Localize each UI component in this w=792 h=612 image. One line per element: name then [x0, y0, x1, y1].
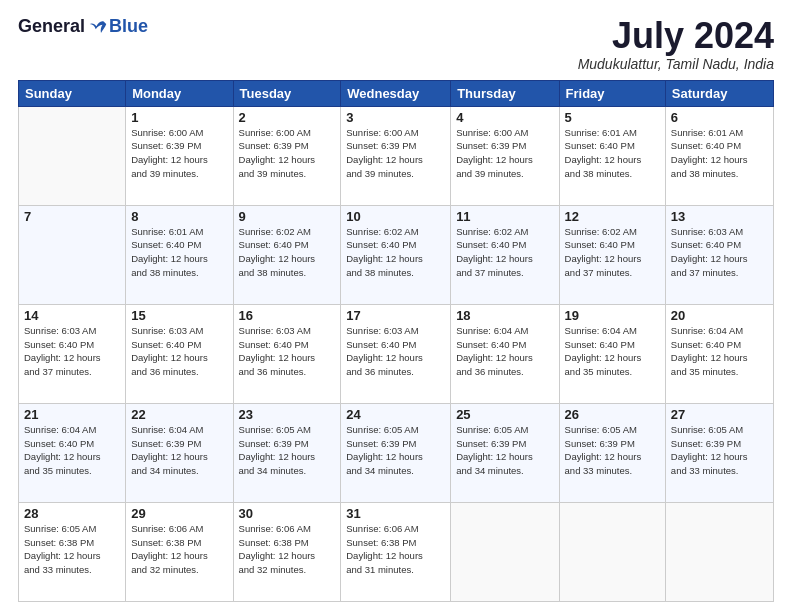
- day-number: 19: [565, 308, 660, 323]
- table-row: 24Sunrise: 6:05 AMSunset: 6:39 PMDayligh…: [341, 403, 451, 502]
- table-row: 25Sunrise: 6:05 AMSunset: 6:39 PMDayligh…: [451, 403, 559, 502]
- calendar-week-row: 14Sunrise: 6:03 AMSunset: 6:40 PMDayligh…: [19, 304, 774, 403]
- day-info: Sunrise: 6:02 AMSunset: 6:40 PMDaylight:…: [239, 225, 336, 280]
- day-info: Sunrise: 6:01 AMSunset: 6:40 PMDaylight:…: [131, 225, 227, 280]
- table-row: 19Sunrise: 6:04 AMSunset: 6:40 PMDayligh…: [559, 304, 665, 403]
- table-row: [451, 502, 559, 601]
- table-row: 6Sunrise: 6:01 AMSunset: 6:40 PMDaylight…: [665, 106, 773, 205]
- table-row: 20Sunrise: 6:04 AMSunset: 6:40 PMDayligh…: [665, 304, 773, 403]
- day-info: Sunrise: 6:05 AMSunset: 6:38 PMDaylight:…: [24, 522, 120, 577]
- logo-general: General: [18, 16, 85, 37]
- day-info: Sunrise: 6:01 AMSunset: 6:40 PMDaylight:…: [671, 126, 768, 181]
- col-saturday: Saturday: [665, 80, 773, 106]
- day-info: Sunrise: 6:03 AMSunset: 6:40 PMDaylight:…: [671, 225, 768, 280]
- title-area: July 2024 Mudukulattur, Tamil Nadu, Indi…: [578, 16, 774, 72]
- day-number: 7: [24, 209, 120, 224]
- table-row: 14Sunrise: 6:03 AMSunset: 6:40 PMDayligh…: [19, 304, 126, 403]
- day-info: Sunrise: 6:00 AMSunset: 6:39 PMDaylight:…: [131, 126, 227, 181]
- table-row: 16Sunrise: 6:03 AMSunset: 6:40 PMDayligh…: [233, 304, 341, 403]
- table-row: 31Sunrise: 6:06 AMSunset: 6:38 PMDayligh…: [341, 502, 451, 601]
- table-row: 9Sunrise: 6:02 AMSunset: 6:40 PMDaylight…: [233, 205, 341, 304]
- day-number: 29: [131, 506, 227, 521]
- day-number: 6: [671, 110, 768, 125]
- day-number: 11: [456, 209, 553, 224]
- calendar-week-row: 21Sunrise: 6:04 AMSunset: 6:40 PMDayligh…: [19, 403, 774, 502]
- day-number: 10: [346, 209, 445, 224]
- table-row: 3Sunrise: 6:00 AMSunset: 6:39 PMDaylight…: [341, 106, 451, 205]
- day-info: Sunrise: 6:04 AMSunset: 6:39 PMDaylight:…: [131, 423, 227, 478]
- day-info: Sunrise: 6:06 AMSunset: 6:38 PMDaylight:…: [346, 522, 445, 577]
- col-monday: Monday: [126, 80, 233, 106]
- day-info: Sunrise: 6:06 AMSunset: 6:38 PMDaylight:…: [131, 522, 227, 577]
- day-number: 17: [346, 308, 445, 323]
- day-number: 15: [131, 308, 227, 323]
- table-row: 12Sunrise: 6:02 AMSunset: 6:40 PMDayligh…: [559, 205, 665, 304]
- day-number: 22: [131, 407, 227, 422]
- day-info: Sunrise: 6:05 AMSunset: 6:39 PMDaylight:…: [239, 423, 336, 478]
- day-number: 1: [131, 110, 227, 125]
- day-info: Sunrise: 6:06 AMSunset: 6:38 PMDaylight:…: [239, 522, 336, 577]
- table-row: 26Sunrise: 6:05 AMSunset: 6:39 PMDayligh…: [559, 403, 665, 502]
- calendar-week-row: 28Sunrise: 6:05 AMSunset: 6:38 PMDayligh…: [19, 502, 774, 601]
- day-info: Sunrise: 6:05 AMSunset: 6:39 PMDaylight:…: [346, 423, 445, 478]
- day-number: 4: [456, 110, 553, 125]
- day-info: Sunrise: 6:03 AMSunset: 6:40 PMDaylight:…: [346, 324, 445, 379]
- page: General Blue July 2024 Mudukulattur, Tam…: [0, 0, 792, 612]
- day-info: Sunrise: 6:02 AMSunset: 6:40 PMDaylight:…: [456, 225, 553, 280]
- table-row: 11Sunrise: 6:02 AMSunset: 6:40 PMDayligh…: [451, 205, 559, 304]
- day-info: Sunrise: 6:00 AMSunset: 6:39 PMDaylight:…: [346, 126, 445, 181]
- day-info: Sunrise: 6:04 AMSunset: 6:40 PMDaylight:…: [565, 324, 660, 379]
- day-info: Sunrise: 6:04 AMSunset: 6:40 PMDaylight:…: [24, 423, 120, 478]
- day-number: 5: [565, 110, 660, 125]
- day-number: 24: [346, 407, 445, 422]
- day-info: Sunrise: 6:03 AMSunset: 6:40 PMDaylight:…: [131, 324, 227, 379]
- day-info: Sunrise: 6:05 AMSunset: 6:39 PMDaylight:…: [565, 423, 660, 478]
- month-title: July 2024: [578, 16, 774, 56]
- calendar-week-row: 78Sunrise: 6:01 AMSunset: 6:40 PMDayligh…: [19, 205, 774, 304]
- table-row: [19, 106, 126, 205]
- day-info: Sunrise: 6:03 AMSunset: 6:40 PMDaylight:…: [239, 324, 336, 379]
- day-info: Sunrise: 6:02 AMSunset: 6:40 PMDaylight:…: [346, 225, 445, 280]
- table-row: 10Sunrise: 6:02 AMSunset: 6:40 PMDayligh…: [341, 205, 451, 304]
- day-number: 30: [239, 506, 336, 521]
- day-number: 8: [131, 209, 227, 224]
- day-number: 23: [239, 407, 336, 422]
- day-number: 12: [565, 209, 660, 224]
- day-number: 16: [239, 308, 336, 323]
- table-row: 13Sunrise: 6:03 AMSunset: 6:40 PMDayligh…: [665, 205, 773, 304]
- table-row: 18Sunrise: 6:04 AMSunset: 6:40 PMDayligh…: [451, 304, 559, 403]
- day-info: Sunrise: 6:00 AMSunset: 6:39 PMDaylight:…: [239, 126, 336, 181]
- table-row: 27Sunrise: 6:05 AMSunset: 6:39 PMDayligh…: [665, 403, 773, 502]
- logo-blue: Blue: [109, 16, 148, 37]
- table-row: 8Sunrise: 6:01 AMSunset: 6:40 PMDaylight…: [126, 205, 233, 304]
- table-row: 22Sunrise: 6:04 AMSunset: 6:39 PMDayligh…: [126, 403, 233, 502]
- table-row: 15Sunrise: 6:03 AMSunset: 6:40 PMDayligh…: [126, 304, 233, 403]
- col-sunday: Sunday: [19, 80, 126, 106]
- day-number: 18: [456, 308, 553, 323]
- day-info: Sunrise: 6:04 AMSunset: 6:40 PMDaylight:…: [456, 324, 553, 379]
- day-number: 14: [24, 308, 120, 323]
- day-number: 9: [239, 209, 336, 224]
- day-number: 20: [671, 308, 768, 323]
- table-row: 7: [19, 205, 126, 304]
- table-row: [559, 502, 665, 601]
- table-row: 4Sunrise: 6:00 AMSunset: 6:39 PMDaylight…: [451, 106, 559, 205]
- col-wednesday: Wednesday: [341, 80, 451, 106]
- logo: General Blue: [18, 16, 148, 37]
- calendar-header-row: Sunday Monday Tuesday Wednesday Thursday…: [19, 80, 774, 106]
- table-row: 17Sunrise: 6:03 AMSunset: 6:40 PMDayligh…: [341, 304, 451, 403]
- table-row: 21Sunrise: 6:04 AMSunset: 6:40 PMDayligh…: [19, 403, 126, 502]
- table-row: 1Sunrise: 6:00 AMSunset: 6:39 PMDaylight…: [126, 106, 233, 205]
- table-row: 5Sunrise: 6:01 AMSunset: 6:40 PMDaylight…: [559, 106, 665, 205]
- day-info: Sunrise: 6:05 AMSunset: 6:39 PMDaylight:…: [671, 423, 768, 478]
- day-number: 31: [346, 506, 445, 521]
- col-friday: Friday: [559, 80, 665, 106]
- table-row: 29Sunrise: 6:06 AMSunset: 6:38 PMDayligh…: [126, 502, 233, 601]
- day-number: 26: [565, 407, 660, 422]
- location: Mudukulattur, Tamil Nadu, India: [578, 56, 774, 72]
- header: General Blue July 2024 Mudukulattur, Tam…: [18, 16, 774, 72]
- table-row: 2Sunrise: 6:00 AMSunset: 6:39 PMDaylight…: [233, 106, 341, 205]
- day-number: 27: [671, 407, 768, 422]
- table-row: 30Sunrise: 6:06 AMSunset: 6:38 PMDayligh…: [233, 502, 341, 601]
- day-info: Sunrise: 6:01 AMSunset: 6:40 PMDaylight:…: [565, 126, 660, 181]
